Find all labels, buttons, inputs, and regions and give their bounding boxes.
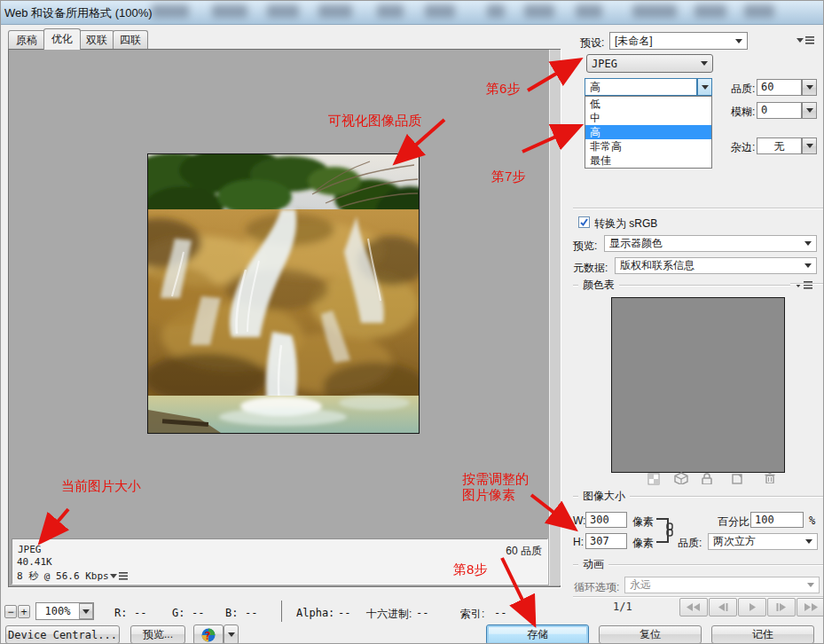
save-button[interactable]: 存储 <box>486 624 589 644</box>
remember-button-label: 记住 <box>752 627 773 642</box>
zoom-level-select[interactable]: 100% <box>35 602 94 620</box>
g-label: G: <box>172 607 184 619</box>
compression-value: 高 <box>585 80 696 95</box>
device-central-label: Device Central... <box>8 629 117 641</box>
transparency-icon[interactable] <box>647 473 661 485</box>
percent-unit: % <box>809 514 815 527</box>
zoom-out-label: − <box>7 606 13 618</box>
device-central-button[interactable]: Device Central... <box>5 625 120 644</box>
tab-4up-label: 四联 <box>120 34 141 46</box>
zoom-level-value: 100% <box>36 605 79 617</box>
next-frame-button[interactable] <box>767 598 796 617</box>
reset-button-label: 复位 <box>640 627 661 642</box>
color-table-swatches <box>611 297 785 473</box>
background-toolbar-blur <box>576 4 602 18</box>
resample-quality-value: 两次立方 <box>709 534 803 549</box>
r-label: R: <box>114 607 127 619</box>
format-select[interactable]: JPEG <box>586 54 713 73</box>
zoom-in-button[interactable]: + <box>18 605 30 618</box>
tab-2up-label: 双联 <box>86 34 107 46</box>
background-toolbar-blur <box>377 4 404 18</box>
browser-icon-button[interactable]: ? <box>193 624 224 644</box>
waterfall-photo <box>147 153 420 434</box>
save-button-label: 存储 <box>527 627 548 642</box>
status-panel-menu-icon[interactable] <box>110 571 128 581</box>
preset-select[interactable]: [未命名] <box>609 32 748 50</box>
image-size-header: 图像大小 <box>573 489 823 504</box>
preview-mode-select[interactable]: 显示器颜色 <box>604 235 817 252</box>
quality-arrow-button[interactable] <box>802 79 817 96</box>
chevron-down-icon <box>701 61 708 66</box>
color-table-panel-menu-icon[interactable] <box>795 280 812 290</box>
matte-label: 杂边: <box>731 140 755 155</box>
blur-field[interactable]: 0 <box>757 102 802 119</box>
height-label: H: <box>573 536 584 548</box>
background-toolbar-blur <box>487 4 505 18</box>
first-frame-button[interactable] <box>679 598 708 617</box>
blur-arrow-button[interactable] <box>802 102 817 119</box>
chevron-down-icon <box>82 609 90 614</box>
tab-optimized[interactable]: 优化 <box>43 28 81 50</box>
srgb-label: 转换为 sRGB <box>594 216 657 232</box>
link-chain-icon[interactable] <box>664 522 675 537</box>
previous-frame-button[interactable] <box>709 598 737 617</box>
index-label: 索引: <box>460 607 484 622</box>
loop-options-select[interactable]: 永远 <box>624 577 820 593</box>
tab-original[interactable]: 原稿 <box>8 30 45 49</box>
animation-header: 动画 <box>573 557 823 572</box>
background-toolbar-blur <box>212 4 247 18</box>
compression-option-high[interactable]: 高 <box>585 125 711 139</box>
image-size-title: 图像大小 <box>578 489 630 504</box>
compression-select[interactable]: 高 <box>585 78 697 96</box>
separator <box>573 596 823 597</box>
quality-field[interactable]: 60 <box>757 79 802 96</box>
save-for-web-dialog: Web 和设备所用格式 (100%) 原稿 优化 双联 四联 <box>0 0 824 644</box>
hex-label: 十六进制: <box>366 607 412 622</box>
browser-globe-icon: ? <box>200 627 216 643</box>
g-value: -- <box>192 607 204 619</box>
chevron-down-icon <box>806 144 813 148</box>
chevron-down-icon <box>806 108 813 113</box>
frame-counter: 1/1 <box>613 601 632 613</box>
background-toolbar-blur <box>744 4 774 18</box>
metadata-select[interactable]: 版权和联系信息 <box>615 257 817 274</box>
play-button[interactable] <box>738 598 766 617</box>
last-frame-button[interactable] <box>797 598 824 617</box>
preview-mode-value: 显示器颜色 <box>605 236 802 251</box>
metadata-label: 元数据: <box>573 261 608 276</box>
reset-button[interactable]: 复位 <box>599 625 702 644</box>
annotation-current-size: 当前图片大小 <box>61 478 141 495</box>
compression-option-maximum[interactable]: 最佳 <box>585 153 711 168</box>
waterfall-image <box>148 154 419 433</box>
web-shift-cube-icon[interactable] <box>674 472 688 484</box>
tab-2up[interactable]: 双联 <box>79 30 114 49</box>
animation-title: 动画 <box>578 557 608 572</box>
remember-button[interactable]: 记住 <box>711 625 814 644</box>
height-field[interactable]: 307 <box>585 533 627 549</box>
zoom-out-button[interactable]: − <box>4 605 17 618</box>
matte-field[interactable]: 无 <box>757 137 802 154</box>
new-swatch-icon[interactable] <box>730 472 744 484</box>
zoom-level-arrow-button[interactable] <box>79 603 93 619</box>
width-field[interactable]: 300 <box>585 512 627 528</box>
srgb-checkbox[interactable] <box>578 216 590 228</box>
status-download-time: 8 秒 @ 56.6 Kbps <box>17 569 109 583</box>
tab-4up[interactable]: 四联 <box>113 30 148 49</box>
preset-panel-menu-icon[interactable] <box>797 35 814 45</box>
background-toolbar-blur <box>267 4 299 18</box>
format-value: JPEG <box>587 58 698 70</box>
compression-option-very-high[interactable]: 非常高 <box>585 139 711 153</box>
matte-arrow-button[interactable] <box>802 137 817 154</box>
status-quality: 60 品质 <box>506 544 542 559</box>
percent-field[interactable]: 100 <box>750 512 804 528</box>
preview-in-browser-button[interactable]: 预览... <box>130 625 185 644</box>
trash-icon[interactable] <box>763 471 777 483</box>
browser-select-arrow[interactable] <box>224 624 239 644</box>
compression-option-low[interactable]: 低 <box>585 97 711 111</box>
loop-options-value: 永远 <box>625 577 804 593</box>
resample-quality-select[interactable]: 两次立方 <box>708 533 818 550</box>
compression-arrow-button[interactable] <box>697 78 712 96</box>
lock-icon[interactable] <box>700 472 714 484</box>
status-format: JPEG <box>18 544 42 555</box>
compression-option-medium[interactable]: 中 <box>585 111 711 125</box>
